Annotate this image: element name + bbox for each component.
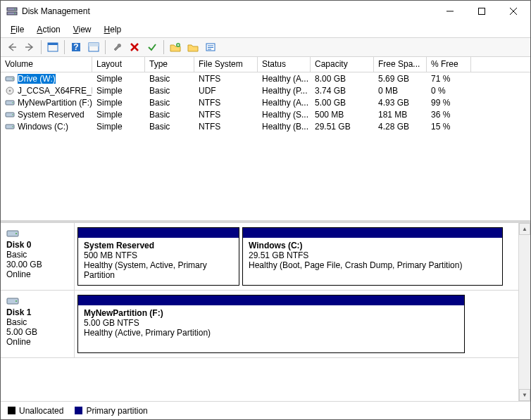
volume-row[interactable]: System ReservedSimpleBasicNTFSHealthy (S… bbox=[1, 108, 530, 120]
folder-plus-icon bbox=[170, 42, 181, 52]
svg-rect-13 bbox=[89, 43, 99, 46]
cell-type: Basic bbox=[145, 74, 194, 84]
menu-file[interactable]: File bbox=[5, 23, 30, 36]
properties-icon bbox=[205, 42, 216, 52]
disk-icon bbox=[6, 229, 19, 238]
partition-header bbox=[78, 295, 464, 305]
primary-swatch bbox=[75, 407, 82, 414]
cell-capacity: 5.00 GB bbox=[311, 98, 374, 108]
partition-name: Windows (C:) bbox=[249, 241, 496, 250]
svg-rect-9 bbox=[48, 43, 58, 45]
legend-unallocated-label: Unallocated bbox=[19, 406, 63, 416]
partition-meta: 29.51 GB NTFS bbox=[249, 250, 496, 260]
svg-point-30 bbox=[12, 114, 13, 115]
partition-name: System Reserved bbox=[84, 241, 233, 250]
properties-button[interactable] bbox=[202, 39, 219, 56]
partition[interactable]: System Reserved500 MB NTFSHealthy (Syste… bbox=[77, 227, 239, 286]
cell-volume: Windows (C:) bbox=[1, 122, 92, 132]
delete-icon bbox=[130, 42, 139, 52]
disk-row: Disk 1Basic5.00 GBOnlineMyNewPartition (… bbox=[1, 291, 518, 358]
col-type[interactable]: Type bbox=[145, 57, 194, 72]
cell-pct: 0 % bbox=[427, 86, 471, 96]
volume-row[interactable]: J_CCSA_X64FRE_E...SimpleBasicUDFHealthy … bbox=[1, 84, 530, 96]
disk-size: 5.00 GB bbox=[6, 327, 68, 337]
partition[interactable]: Windows (C:)29.51 GB NTFSHealthy (Boot, … bbox=[242, 227, 503, 286]
col-volume[interactable]: Volume bbox=[1, 57, 92, 72]
cell-status: Healthy (P... bbox=[258, 86, 311, 96]
settings-button[interactable] bbox=[108, 39, 125, 56]
col-capacity[interactable]: Capacity bbox=[311, 57, 374, 72]
menu-help[interactable]: Help bbox=[99, 23, 127, 36]
col-pct[interactable]: % Free bbox=[427, 57, 471, 72]
col-status[interactable]: Status bbox=[258, 57, 311, 72]
folder-icon bbox=[187, 42, 199, 52]
legend-primary: Primary partition bbox=[75, 406, 147, 416]
scrollbar[interactable]: ▲ ▼ bbox=[518, 223, 530, 401]
partition-area: MyNewPartition (F:)5.00 GB NTFSHealthy (… bbox=[75, 291, 518, 357]
cell-filesystem: NTFS bbox=[194, 74, 258, 84]
col-free[interactable]: Free Spa... bbox=[374, 57, 427, 72]
cell-capacity: 29.51 GB bbox=[311, 122, 374, 132]
col-filesystem[interactable]: File System bbox=[194, 57, 258, 72]
disk-info[interactable]: Disk 1Basic5.00 GBOnline bbox=[1, 291, 75, 357]
close-button[interactable] bbox=[497, 1, 529, 22]
menu-action[interactable]: Action bbox=[31, 23, 65, 36]
help-icon: ? bbox=[70, 42, 82, 52]
back-button[interactable] bbox=[4, 39, 20, 56]
close-icon bbox=[510, 8, 517, 15]
menu-view[interactable]: View bbox=[68, 23, 97, 36]
forward-button[interactable] bbox=[21, 39, 38, 56]
arrow-right-icon bbox=[24, 42, 35, 52]
scroll-up-icon[interactable]: ▲ bbox=[519, 223, 530, 235]
arrow-left-icon bbox=[6, 42, 18, 52]
view-top-icon bbox=[88, 42, 99, 52]
help-button[interactable]: ? bbox=[68, 39, 85, 56]
svg-point-3 bbox=[14, 13, 15, 14]
svg-rect-5 bbox=[478, 8, 485, 15]
cell-type: Basic bbox=[145, 98, 194, 108]
cell-volume: System Reserved bbox=[1, 110, 92, 120]
cell-layout: Simple bbox=[92, 74, 145, 84]
toolbar: ? bbox=[1, 37, 530, 57]
app-icon bbox=[6, 6, 18, 17]
disk-type: Basic bbox=[6, 317, 68, 327]
cell-status: Healthy (S... bbox=[258, 110, 311, 120]
maximize-button[interactable] bbox=[466, 1, 497, 22]
partition-header bbox=[78, 228, 239, 238]
cell-status: Healthy (B... bbox=[258, 122, 311, 132]
cell-free: 4.28 GB bbox=[374, 122, 427, 132]
minimize-button[interactable] bbox=[434, 1, 466, 22]
cell-free: 0 MB bbox=[374, 86, 427, 96]
volume-list: Volume Layout Type File System Status Ca… bbox=[1, 57, 530, 221]
partition-health: Healthy (Active, Primary Partition) bbox=[84, 328, 458, 338]
disk-name: Disk 1 bbox=[6, 307, 68, 317]
volume-row[interactable]: Windows (C:)SimpleBasicNTFSHealthy (B...… bbox=[1, 120, 530, 132]
cell-filesystem: UDF bbox=[194, 86, 258, 96]
window-title: Disk Management bbox=[22, 6, 434, 16]
show-hide-button[interactable] bbox=[44, 39, 61, 56]
svg-point-34 bbox=[15, 233, 17, 234]
view-top-button[interactable] bbox=[85, 39, 102, 56]
volume-row[interactable]: Drive (W:)SimpleBasicNTFSHealthy (A...8.… bbox=[1, 72, 530, 84]
new-folder-button[interactable] bbox=[167, 39, 184, 56]
open-folder-button[interactable] bbox=[185, 39, 201, 56]
cell-status: Healthy (A... bbox=[258, 74, 311, 84]
svg-rect-0 bbox=[7, 8, 17, 11]
partition[interactable]: MyNewPartition (F:)5.00 GB NTFSHealthy (… bbox=[77, 295, 465, 353]
disk-status: Online bbox=[6, 269, 68, 279]
wrench-icon bbox=[111, 42, 123, 52]
disk-map: Disk 0Basic30.00 GBOnlineSystem Reserved… bbox=[1, 221, 530, 401]
disk-info[interactable]: Disk 0Basic30.00 GBOnline bbox=[1, 223, 75, 290]
volume-row[interactable]: MyNewPartition (F:)SimpleBasicNTFSHealth… bbox=[1, 96, 530, 108]
col-layout[interactable]: Layout bbox=[92, 57, 145, 72]
partition-header bbox=[243, 228, 502, 238]
delete-button[interactable] bbox=[126, 39, 143, 56]
svg-point-32 bbox=[12, 126, 13, 127]
check-button[interactable] bbox=[144, 39, 161, 56]
cell-free: 4.93 GB bbox=[374, 98, 427, 108]
scroll-down-icon[interactable]: ▼ bbox=[519, 389, 530, 401]
legend: Unallocated Primary partition bbox=[1, 401, 530, 419]
col-spacer bbox=[471, 57, 530, 72]
cell-pct: 36 % bbox=[427, 110, 471, 120]
legend-unallocated: Unallocated bbox=[8, 406, 63, 416]
